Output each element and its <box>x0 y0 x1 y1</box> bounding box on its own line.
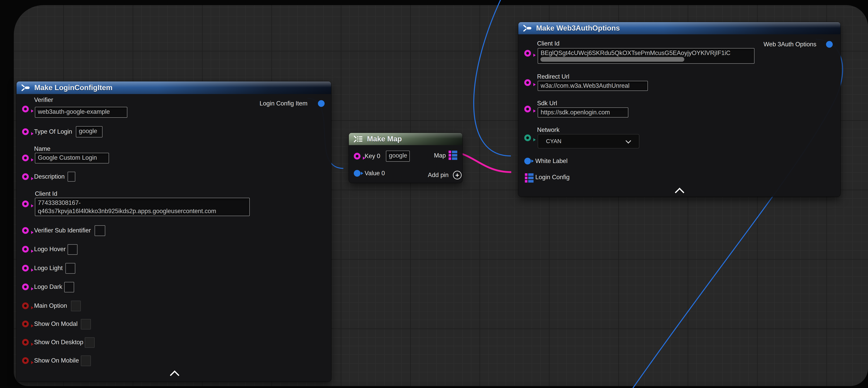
show-on-desktop-checkbox[interactable] <box>85 337 95 348</box>
pin-client-id[interactable] <box>22 201 29 207</box>
pin-map-output[interactable] <box>448 151 457 160</box>
make-map-icon <box>353 136 363 143</box>
node-header-make-loginconfigitem[interactable]: Make LoginConfigItem <box>17 82 331 94</box>
show-on-mobile-checkbox[interactable] <box>81 355 91 366</box>
output-pin-label: Web 3Auth Options <box>764 41 816 48</box>
verifier-field[interactable]: web3auth-google-example <box>35 107 127 118</box>
pin-verifier[interactable] <box>22 106 29 112</box>
client-id-field[interactable]: BEglQSgt4cUWcj6SKRdu5QkOXTsePmMcusG5EAoy… <box>538 48 754 64</box>
pin-label-client-id: Client Id <box>537 40 560 47</box>
make-struct-icon <box>523 25 532 32</box>
network-dropdown[interactable]: CYAN <box>538 134 639 148</box>
pin-label-name: Name <box>34 146 51 152</box>
show-on-modal-checkbox[interactable] <box>81 319 91 329</box>
logo-light-field[interactable] <box>65 263 75 274</box>
pin-label-value-0: Value 0 <box>365 170 385 177</box>
main-option-checkbox[interactable] <box>71 301 81 311</box>
pin-label-show-on-modal: Show On Modal <box>34 321 78 327</box>
pin-show-on-desktop[interactable] <box>22 339 29 346</box>
pin-label-redirect-url: Redirect Url <box>537 73 569 80</box>
redirect-url-field[interactable]: w3a://com.w3a.Web3AuthUnreal <box>538 81 648 91</box>
type-of-login-field[interactable]: google <box>76 126 102 138</box>
pin-label-verifier: Verifier <box>34 97 53 103</box>
logo-dark-field[interactable] <box>64 282 74 292</box>
map-output-label: Map <box>434 152 446 159</box>
add-pin-button[interactable]: + <box>453 171 462 179</box>
pin-label-type-of-login: Type Of Login <box>34 128 72 135</box>
node-make-web3authoptions[interactable]: Make Web3AuthOptions Web 3Auth Options C… <box>518 22 840 197</box>
node-make-loginconfigitem[interactable]: Make LoginConfigItem Login Config Item V… <box>17 82 331 382</box>
node-header-make-web3authoptions[interactable]: Make Web3AuthOptions <box>518 22 840 34</box>
pin-label-main-option: Main Option <box>34 302 67 309</box>
pin-label-verifier-sub-identifier: Verifier Sub Identifier <box>34 227 91 234</box>
pin-label-login-config: Login Config <box>535 174 569 181</box>
pin-label-logo-dark: Logo Dark <box>34 283 62 290</box>
pin-logo-hover[interactable] <box>22 246 29 252</box>
node-make-map[interactable]: Make Map Key 0 google Value 0 Map Add pi… <box>349 133 462 183</box>
key-0-field[interactable]: google <box>386 151 410 162</box>
pin-login-config[interactable] <box>525 173 533 183</box>
pin-sdk-url[interactable] <box>524 106 531 112</box>
pin-label-network: Network <box>537 126 560 133</box>
node-title: Make LoginConfigItem <box>34 84 113 92</box>
pin-network[interactable] <box>524 135 531 141</box>
network-selected-value: CYAN <box>546 138 561 145</box>
sdk-url-field[interactable]: https://sdk.openlogin.com <box>538 108 628 118</box>
pin-label-logo-hover: Logo Hover <box>34 246 66 252</box>
pin-name[interactable] <box>22 155 29 161</box>
pin-description[interactable] <box>22 173 29 180</box>
logo-hover-field[interactable] <box>68 244 78 255</box>
pin-login-config-item-output[interactable] <box>318 100 324 107</box>
node-title: Make Web3AuthOptions <box>536 24 620 32</box>
pin-label-white-label: White Label <box>535 158 568 165</box>
client-id-field[interactable]: 774338308167-q463s7kpvja16l4l0kko3nb925i… <box>35 198 250 216</box>
chevron-down-icon <box>626 138 631 144</box>
pin-client-id[interactable] <box>524 50 531 57</box>
chevron-up-icon[interactable] <box>675 188 684 197</box>
pin-label-client-id: Client Id <box>35 190 57 197</box>
client-id-line1: 774338308167- <box>38 199 81 206</box>
pin-verifier-sub-identifier[interactable] <box>22 227 29 234</box>
client-id-value: BEglQSgt4cUWcj6SKRdu5QkOXTsePmMcusG5EAoy… <box>540 50 731 56</box>
pin-label-logo-light: Logo Light <box>34 265 63 271</box>
pin-main-option[interactable] <box>22 302 29 309</box>
pin-label-key-0: Key 0 <box>365 153 380 159</box>
field-scrollbar[interactable] <box>540 57 684 62</box>
pin-label-show-on-desktop: Show On Desktop <box>34 339 83 346</box>
verifier-sub-identifier-field[interactable] <box>95 225 105 236</box>
pin-value-0[interactable] <box>354 170 361 177</box>
pin-show-on-mobile[interactable] <box>22 357 29 364</box>
pin-show-on-modal[interactable] <box>22 321 29 327</box>
pin-white-label[interactable] <box>524 158 531 165</box>
node-title: Make Map <box>367 135 402 143</box>
node-header-make-map[interactable]: Make Map <box>349 133 462 145</box>
pin-redirect-url[interactable] <box>524 79 531 86</box>
pin-key-0[interactable] <box>354 153 361 159</box>
pin-label-sdk-url: Sdk Url <box>537 100 557 107</box>
make-struct-icon <box>21 84 30 91</box>
pin-web3auth-options-output[interactable] <box>826 41 833 48</box>
pin-label-show-on-mobile: Show On Mobile <box>34 357 79 364</box>
output-pin-label: Login Config Item <box>259 100 307 107</box>
pin-label-description: Description <box>34 173 65 180</box>
client-id-line2: q463s7kpvja16l4l0kko3nb925ikds2p.apps.go… <box>38 208 216 214</box>
blueprint-graph-canvas[interactable]: Make LoginConfigItem Login Config Item V… <box>14 5 868 386</box>
wire-offscreen-to-whitelabel <box>474 0 511 156</box>
pin-logo-dark[interactable] <box>22 283 29 290</box>
chevron-up-icon[interactable] <box>170 370 179 380</box>
pin-logo-light[interactable] <box>22 265 29 271</box>
description-field[interactable] <box>68 172 75 182</box>
add-pin-label: Add pin <box>428 172 448 178</box>
name-field[interactable]: Google Custom Login <box>35 153 109 163</box>
pin-type-of-login[interactable] <box>22 128 29 135</box>
